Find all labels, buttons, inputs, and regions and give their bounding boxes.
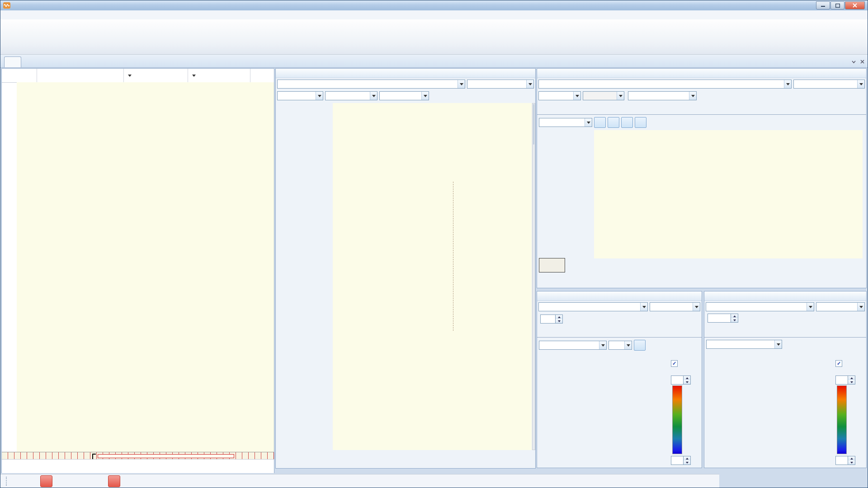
crosscorr-tabs — [704, 326, 866, 338]
smoothing-combo[interactable] — [583, 91, 624, 100]
wave-view-2-button[interactable] — [608, 117, 619, 128]
wave-view-3-button[interactable] — [621, 117, 633, 128]
rewind-button[interactable] — [54, 475, 66, 487]
coherence-band-bar — [537, 267, 867, 274]
eeg-status-bar — [2, 459, 274, 473]
close-tab-icon[interactable] — [860, 58, 865, 66]
interval-spinner[interactable] — [540, 314, 563, 324]
coherence-tabs — [537, 103, 866, 115]
hpf-label — [250, 69, 274, 82]
coherence-chart[interactable] — [594, 130, 863, 258]
eeg-panel — [1, 68, 274, 473]
epoch-combo[interactable] — [706, 302, 814, 311]
epoch-combo[interactable] — [538, 80, 792, 89]
measure-combo[interactable] — [538, 91, 581, 100]
main-toolbar — [0, 19, 868, 55]
skip-last-button[interactable] — [135, 475, 147, 487]
spectra-band-bar — [276, 459, 536, 466]
colorbar-min-spinner[interactable] — [835, 456, 855, 465]
interval-spinner[interactable] — [708, 314, 738, 323]
rewind-page-button[interactable] — [27, 475, 39, 487]
minimize-button[interactable] — [816, 1, 830, 9]
epoch-combo[interactable] — [538, 302, 648, 311]
menu-bar — [0, 10, 868, 20]
area-chart-button[interactable] — [712, 90, 724, 101]
autocorrelation-panel: ✓ — [537, 291, 702, 468]
forward-page-button[interactable] — [122, 475, 134, 487]
spectra-scrollbar[interactable] — [532, 103, 535, 450]
timer-forward-button[interactable] — [81, 475, 93, 487]
coherence-freq-axis — [537, 259, 867, 266]
measure-combo[interactable] — [277, 91, 323, 100]
crosscorr-colorbar: ✓ — [835, 360, 864, 469]
color-scale — [672, 385, 682, 454]
auto-scale-checkbox[interactable]: ✓ — [835, 360, 864, 367]
dimension-combo[interactable] — [609, 341, 632, 350]
crosscorr-panel-header — [704, 291, 866, 301]
colorbar-max-spinner[interactable] — [835, 375, 855, 385]
eeg-marker-strip[interactable] — [2, 452, 274, 460]
app-logo-icon — [3, 2, 10, 9]
auto-scale-checkbox[interactable]: ✓ — [671, 360, 700, 367]
analysis-mode-combo[interactable] — [467, 80, 534, 89]
coherence-panel — [537, 68, 867, 288]
pairs-combo[interactable] — [628, 91, 697, 100]
spectra-chart[interactable] — [333, 103, 532, 450]
crosscorrelation-panel: ✓ — [704, 291, 867, 468]
chevron-down-icon[interactable] — [851, 58, 856, 66]
document-tabstrip — [0, 55, 868, 68]
map-parameter-combo[interactable] — [706, 340, 782, 349]
wave-view-4-button[interactable] — [635, 117, 646, 128]
playback-toolbar — [0, 474, 719, 488]
analysis-mode-combo[interactable] — [793, 80, 865, 89]
application-window: ✓ — [0, 0, 868, 488]
skip-first-button[interactable] — [13, 475, 25, 487]
spectra-panel — [275, 68, 536, 469]
head-map-button[interactable] — [431, 90, 443, 101]
head-map-button[interactable] — [698, 90, 710, 101]
autocorr-tabs — [537, 326, 702, 338]
color-scale — [837, 385, 847, 454]
map-parameter-combo[interactable] — [539, 341, 607, 350]
autocorr-panel-header — [537, 291, 702, 301]
toolbar-grip[interactable] — [6, 477, 8, 486]
spectra-panel-header — [276, 69, 535, 78]
marker-dashed-line — [453, 182, 454, 331]
autocorr-colorbar: ✓ — [671, 360, 700, 469]
forward-button[interactable] — [94, 475, 107, 487]
recalc-wave-icon[interactable] — [565, 314, 576, 324]
scale-mode-combo[interactable] — [539, 118, 592, 127]
title-bar — [0, 0, 868, 10]
head-map-button[interactable] — [634, 340, 646, 351]
eeg-time-axis — [17, 82, 274, 89]
refresh-button[interactable] — [647, 340, 659, 351]
marker-time — [37, 69, 124, 82]
tab-eeg[interactable] — [4, 56, 21, 67]
wave-view-1-button[interactable] — [594, 117, 606, 128]
prev-event-button[interactable] — [40, 475, 52, 487]
timer-back-button[interactable] — [67, 475, 80, 487]
eeg-control-bar — [2, 69, 274, 83]
epoch-combo[interactable] — [277, 80, 465, 89]
next-event-button[interactable] — [108, 475, 120, 487]
scaling-combo[interactable] — [325, 91, 377, 100]
prev-test-button[interactable] — [171, 475, 183, 487]
analysis-mode-combo[interactable] — [816, 302, 865, 311]
colorbar-min-spinner[interactable] — [671, 456, 691, 465]
spectra-freq-axis — [276, 451, 536, 458]
maximize-button[interactable] — [830, 1, 844, 9]
next-test-button[interactable] — [157, 475, 170, 487]
analysis-mode-combo[interactable] — [650, 302, 700, 311]
selected-region[interactable] — [98, 454, 234, 458]
close-button[interactable] — [845, 1, 865, 9]
eeg-traces-area[interactable] — [17, 82, 274, 452]
spectrum-scale-button[interactable] — [444, 90, 456, 101]
coherence-panel-header — [537, 69, 866, 78]
smoothing-combo[interactable] — [379, 91, 429, 100]
amplitude-scale-combo[interactable] — [124, 69, 188, 82]
sweep-speed-combo[interactable] — [188, 69, 250, 82]
total-time — [2, 69, 37, 82]
colorbar-max-spinner[interactable] — [671, 375, 691, 385]
